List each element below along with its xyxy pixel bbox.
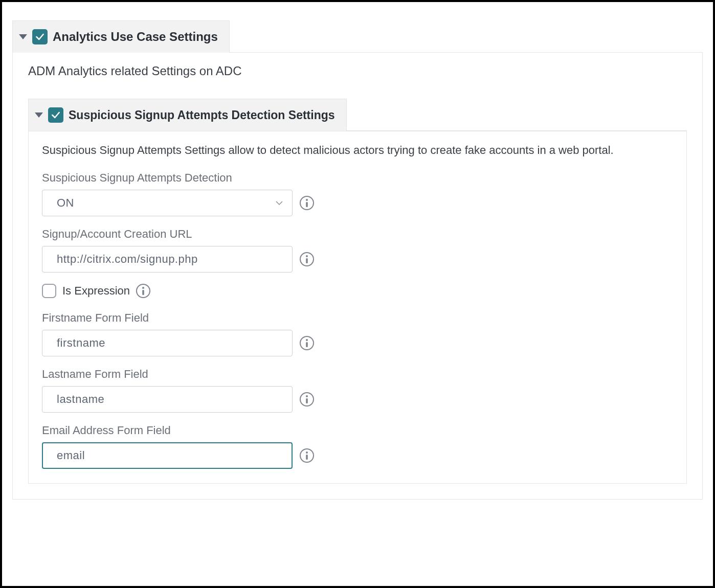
info-icon[interactable] [300,252,314,266]
svg-rect-7 [306,342,308,347]
email-input[interactable] [42,442,293,469]
info-icon[interactable] [300,448,314,463]
field-is-expression: Is Expression [42,284,673,298]
svg-point-6 [306,339,308,341]
field-label: Firstname Form Field [42,311,673,325]
info-icon[interactable] [300,336,314,350]
field-signup-url: Signup/Account Creation URL [42,228,673,273]
caret-down-icon [35,112,43,118]
field-firstname: Firstname Form Field [42,311,673,356]
signup-url-input[interactable] [42,246,293,273]
is-expression-checkbox[interactable] [42,284,56,298]
info-icon[interactable] [300,196,314,210]
field-label: Signup/Account Creation URL [42,228,673,241]
field-label: Email Address Form Field [42,424,673,437]
settings-frame: Analytics Use Case Settings ADM Analytic… [0,0,715,588]
field-email: Email Address Form Field [42,424,673,469]
field-detection: Suspicious Signup Attempts Detection ON [42,171,673,216]
field-lastname: Lastname Form Field [42,368,673,413]
section-title: Analytics Use Case Settings [53,30,218,44]
check-badge-icon [48,107,63,123]
svg-rect-9 [306,398,308,403]
analytics-use-case-section-header[interactable]: Analytics Use Case Settings [12,20,230,53]
info-icon[interactable] [136,284,150,298]
inner-description: Suspicious Signup Attempts Settings allo… [42,143,673,158]
check-badge-icon [32,29,48,44]
field-label: Lastname Form Field [42,368,673,381]
svg-point-0 [306,199,308,201]
select-value: ON [57,196,74,210]
section-subtitle: ADM Analytics related Settings on ADC [28,64,687,78]
lastname-input[interactable] [42,386,293,413]
chevron-down-icon [275,198,284,208]
checkbox-label: Is Expression [62,284,130,298]
svg-point-4 [142,287,144,289]
suspicious-signup-panel: Suspicious Signup Attempts Detection Set… [28,99,687,484]
inner-section-title: Suspicious Signup Attempts Detection Set… [69,108,335,122]
info-icon[interactable] [300,392,314,406]
field-label: Suspicious Signup Attempts Detection [42,171,673,185]
svg-point-10 [306,451,308,454]
firstname-input[interactable] [42,330,293,356]
suspicious-signup-section-header[interactable]: Suspicious Signup Attempts Detection Set… [28,99,347,131]
caret-down-icon [19,34,27,39]
svg-rect-11 [306,455,308,460]
svg-point-8 [306,395,308,397]
svg-point-2 [306,255,308,257]
svg-rect-3 [306,258,308,263]
svg-rect-1 [306,202,308,207]
svg-rect-5 [142,290,144,295]
analytics-use-case-section-body: ADM Analytics related Settings on ADC Su… [12,53,703,500]
detection-select[interactable]: ON [42,190,293,216]
